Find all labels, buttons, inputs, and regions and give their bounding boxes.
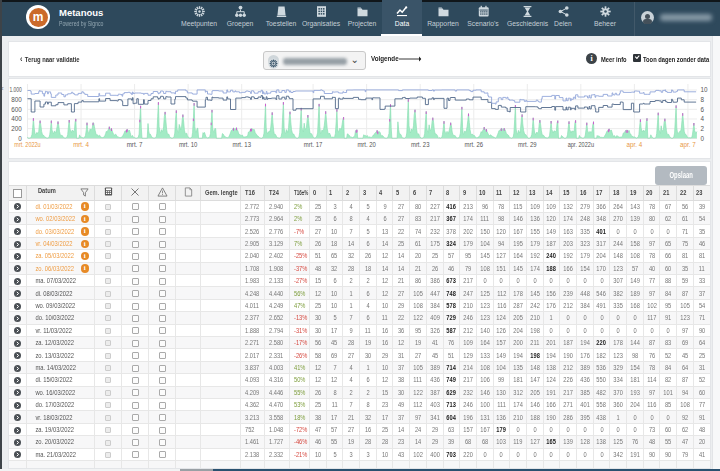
svg-text:mrt. 26: mrt. 26 — [465, 141, 484, 148]
svg-text:mrt. 7: mrt. 7 — [127, 141, 143, 148]
svg-text:mrt. 29: mrt. 29 — [518, 141, 537, 148]
svg-text:mrt. 23: mrt. 23 — [411, 141, 430, 148]
svg-text:mrt. 17: mrt. 17 — [304, 141, 323, 148]
svg-text:mrt. 4: mrt. 4 — [73, 141, 89, 148]
svg-text:apr. 4: apr. 4 — [627, 141, 643, 149]
svg-text:600: 600 — [11, 106, 22, 113]
svg-text:200: 200 — [11, 125, 22, 132]
svg-text:1.000: 1.000 — [9, 86, 22, 93]
svg-text:2: 2 — [701, 125, 705, 132]
svg-text:mrt. 2022u: mrt. 2022u — [14, 141, 41, 148]
svg-text:apr. 7: apr. 7 — [680, 141, 696, 149]
svg-text:mrt. 13: mrt. 13 — [232, 141, 251, 148]
svg-text:800: 800 — [11, 96, 22, 103]
svg-text:0: 0 — [701, 135, 705, 142]
svg-text:10: 10 — [701, 86, 709, 93]
svg-text:mrt. 20: mrt. 20 — [357, 141, 376, 148]
svg-text:4: 4 — [701, 115, 705, 122]
svg-text:400: 400 — [11, 115, 22, 122]
svg-text:mrt. 10: mrt. 10 — [179, 141, 198, 148]
svg-text:6: 6 — [701, 106, 705, 113]
svg-text:8: 8 — [701, 96, 705, 103]
svg-text:apr. 2022u: apr. 2022u — [568, 141, 595, 149]
